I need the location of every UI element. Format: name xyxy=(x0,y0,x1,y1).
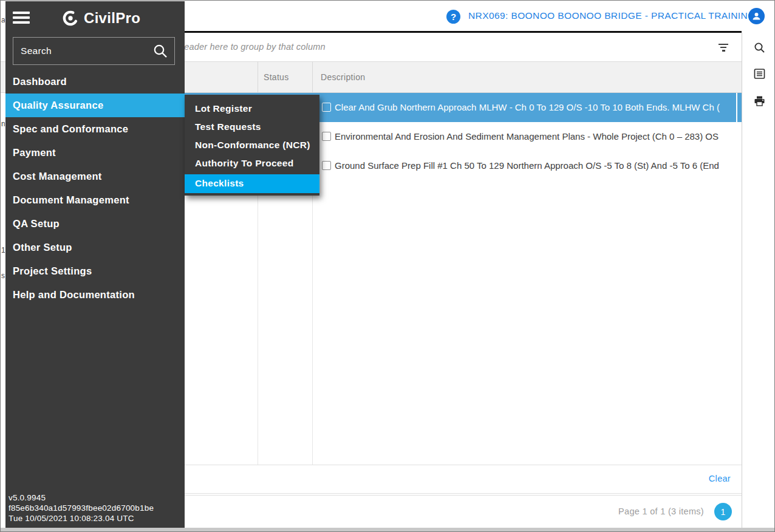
page-info: Page 1 of 1 (3 items) xyxy=(547,495,704,528)
sidebar-menu: Dashboard Quality Assurance Spec and Con… xyxy=(5,70,185,307)
row-description: Clear And Grub Northern Approach MLHW - … xyxy=(335,93,737,122)
project-title: NRX069: BOONOO BOONOO BRIDGE - PRACTICAL… xyxy=(468,1,756,31)
sidebar-item-document-management[interactable]: Document Management xyxy=(5,188,185,212)
sidebar-item-qa-setup[interactable]: QA Setup xyxy=(5,212,185,236)
sidebar-item-cost-management[interactable]: Cost Management xyxy=(5,165,185,188)
help-icon[interactable]: ? xyxy=(446,10,460,24)
divider xyxy=(183,465,742,465)
divider xyxy=(183,493,742,494)
search-input[interactable] xyxy=(13,46,152,56)
app-window: ? NRX069: BOONOO BOONOO BRIDGE - PRACTIC… xyxy=(0,0,775,532)
search-icon[interactable] xyxy=(152,43,168,59)
filter-icon[interactable] xyxy=(719,44,728,52)
submenu-item-lot-register[interactable]: Lot Register xyxy=(185,100,319,118)
sidebar-footer: v5.0.9945 f85e6b340a1d57993fbee02d6700b1… xyxy=(9,493,184,523)
submenu-item-non-conformance[interactable]: Non-Conformance (NCR) xyxy=(185,136,319,154)
sidebar-item-help-documentation[interactable]: Help and Documentation xyxy=(5,283,185,307)
sidebar-item-quality-assurance[interactable]: Quality Assurance xyxy=(5,94,185,117)
column-chooser-icon[interactable] xyxy=(754,68,765,80)
sidebar-item-payment[interactable]: Payment xyxy=(5,141,185,165)
clipped-page-text: a xyxy=(1,16,5,24)
row-description: Environmental And Erosion And Sediment M… xyxy=(335,122,737,151)
user-avatar-icon[interactable] xyxy=(748,8,765,24)
sidebar: CivilPro Dashboard Quality Assurance Spe… xyxy=(5,1,185,528)
scrollbar-gap xyxy=(736,93,737,122)
civilpro-logo-icon xyxy=(61,9,80,27)
app-version: v5.0.9945 xyxy=(9,493,184,503)
app-logo: CivilPro xyxy=(61,7,140,29)
column-header-description[interactable]: Description xyxy=(321,61,365,93)
clipped-page-text: n xyxy=(1,120,5,128)
build-hash: f85e6b340a1d57993fbee02d6700b1be xyxy=(9,503,184,513)
sidebar-item-dashboard[interactable]: Dashboard xyxy=(5,70,185,94)
clipped-page-text: s xyxy=(1,271,5,280)
submenu-item-checklists[interactable]: Checklists xyxy=(185,174,319,193)
hamburger-menu-icon[interactable] xyxy=(13,12,30,25)
column-divider xyxy=(258,61,258,93)
right-toolbar xyxy=(742,33,775,528)
app-logo-text: CivilPro xyxy=(84,10,140,27)
page-number-button[interactable]: 1 xyxy=(714,503,732,520)
groupby-hint: header here to group by that column xyxy=(179,33,326,61)
sidebar-item-other-setup[interactable]: Other Setup xyxy=(5,236,185,259)
print-icon[interactable] xyxy=(754,95,765,107)
sidebar-item-project-settings[interactable]: Project Settings xyxy=(5,259,185,283)
search-icon[interactable] xyxy=(754,42,765,53)
quality-assurance-submenu: Lot Register Test Requests Non-Conforman… xyxy=(185,95,319,196)
clipped-page-text: 1 xyxy=(1,246,5,254)
sidebar-item-spec-conformance[interactable]: Spec and Conformance xyxy=(5,117,185,141)
column-header-status[interactable]: Status xyxy=(264,61,289,93)
clear-filter-link[interactable]: Clear xyxy=(669,465,731,493)
column-divider xyxy=(312,61,313,93)
build-timestamp: Tue 10/05/2021 10:08:23.04 UTC xyxy=(9,513,184,523)
submenu-item-authority-to-proceed[interactable]: Authority To Proceed xyxy=(185,154,319,172)
row-description: Ground Surface Prep Fill #1 Ch 50 To 129… xyxy=(335,151,737,180)
person-icon xyxy=(751,11,762,21)
row-checkbox[interactable] xyxy=(322,161,331,170)
submenu-item-test-requests[interactable]: Test Requests xyxy=(185,118,319,136)
bottom-strip xyxy=(1,528,775,532)
row-checkbox[interactable] xyxy=(322,103,331,112)
row-checkbox[interactable] xyxy=(322,132,331,141)
sidebar-search-box xyxy=(13,37,175,65)
